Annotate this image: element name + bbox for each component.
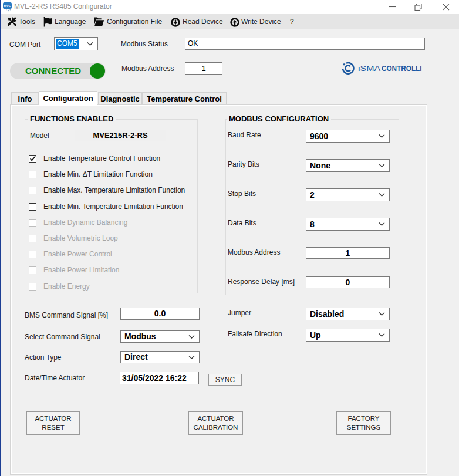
svg-text:MVE: MVE (4, 4, 11, 8)
svg-text:iSMA: iSMA (358, 64, 380, 73)
svg-text:CONTROLLI: CONTROLLI (382, 64, 422, 73)
